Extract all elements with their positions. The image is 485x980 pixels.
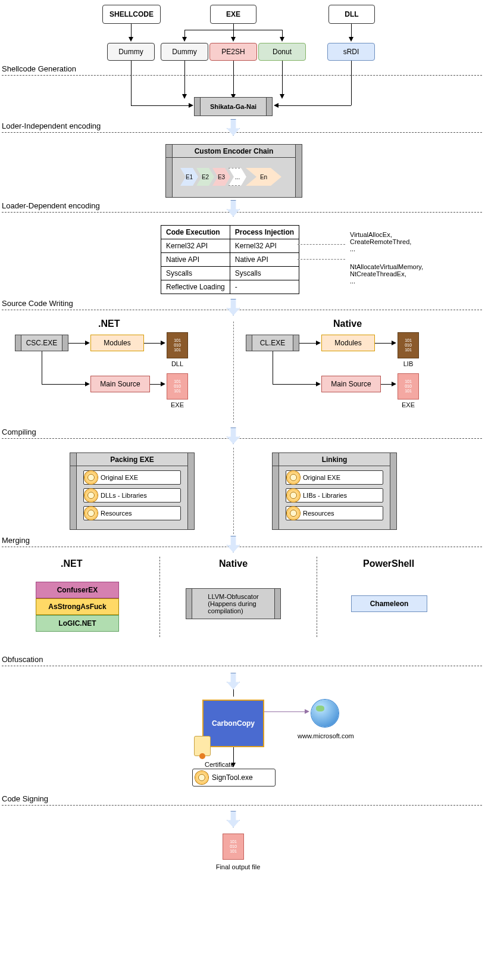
td: Syscalls xyxy=(230,267,299,280)
section-compiling: Compiling xyxy=(2,427,36,436)
divider xyxy=(2,547,482,547)
flow-arrow-icon xyxy=(227,119,240,136)
flow-arrow-icon xyxy=(227,427,240,444)
input-exe: EXE xyxy=(210,5,256,24)
cap-dll: DLL xyxy=(162,360,192,367)
opt-pe2sh: PE2SH xyxy=(209,43,257,61)
gear-icon xyxy=(287,507,300,520)
gear-icon xyxy=(85,507,98,520)
packing-item: DLLs - Libraries xyxy=(83,488,181,503)
cap-lib: LIB xyxy=(393,360,423,367)
csc-exe: CSC.EXE xyxy=(15,335,68,351)
linking-item: Original EXE xyxy=(286,470,383,485)
gear-icon xyxy=(195,771,208,784)
divider xyxy=(2,666,482,666)
final-label: Final output file xyxy=(208,863,268,870)
obf-logicnet: LoGIC.NET xyxy=(36,615,119,632)
encoder-chain-title: Custom Encoder Chain xyxy=(166,145,302,158)
obf-chameleon: Chameleon xyxy=(351,595,427,612)
section-source-writing: Source Code Writing xyxy=(2,299,73,308)
td: - xyxy=(230,280,299,294)
native-title: Native xyxy=(333,319,362,329)
section-loder-indep: Loder-Independent encoding xyxy=(2,121,101,130)
td: Syscalls xyxy=(161,267,230,280)
divider xyxy=(2,132,482,133)
packing-item: Original EXE xyxy=(83,470,181,485)
annot-kernel32: VirtualAllocEx, CreateRemoteThred, ... xyxy=(350,231,411,252)
section-code-signing: Code Signing xyxy=(2,794,48,803)
linking-item: LIBs - Libraries xyxy=(286,488,383,503)
globe-icon xyxy=(311,700,339,727)
flow-arrow-icon xyxy=(227,673,240,689)
th-proc-inj: Process Injection xyxy=(230,226,299,239)
obf-confuserex: ConfuserEX xyxy=(36,582,119,598)
obf-net-title: .NET xyxy=(61,558,82,569)
flow-arrow-icon xyxy=(227,299,240,316)
opt-donut: Donut xyxy=(258,43,306,61)
flow-arrow-icon xyxy=(227,536,240,553)
section-obfuscation: Obfuscation xyxy=(2,655,43,664)
file-icon: 101 010 101 xyxy=(167,332,188,358)
obf-llvm: LLVM-Obfuscator (Happens during compilat… xyxy=(186,588,281,619)
obf-asstrongasfuck: AsStrongAsFuck xyxy=(36,598,119,615)
cl-exe: CL.EXE xyxy=(246,335,299,351)
annot-native: NtAllocateVirtualMemory, NtCreateThreadE… xyxy=(350,263,423,285)
cap-exe: EXE xyxy=(162,401,192,408)
td: Kernel32 API xyxy=(161,239,230,253)
packing-item: Resources xyxy=(83,506,181,520)
opt-dummy-2: Dummy xyxy=(161,43,208,61)
carboncopy-box: CarbonCopy xyxy=(202,700,264,747)
input-dll: DLL xyxy=(328,5,375,24)
section-shellcode-gen: Shellcode Generation xyxy=(2,64,76,73)
packing-title: Packing EXE xyxy=(70,453,194,466)
net-modules: Modules xyxy=(90,335,144,351)
linking-item: Resources xyxy=(286,506,383,520)
net-main-source: Main Source xyxy=(90,376,150,392)
file-icon: 101 010 101 xyxy=(398,373,419,400)
final-file-icon: 101 010 101 xyxy=(223,834,244,860)
th-code-exec: Code Execution xyxy=(161,226,230,239)
obf-ps-title: PowerShell xyxy=(363,558,414,569)
divider xyxy=(2,805,482,806)
opt-dummy-1: Dummy xyxy=(107,43,155,61)
url-label: www.microsoft.com xyxy=(298,732,354,739)
input-shellcode: SHELLCODE xyxy=(102,5,161,24)
gear-icon xyxy=(85,489,98,502)
gear-icon xyxy=(85,471,98,484)
td: Reflective Loading xyxy=(161,280,230,294)
gear-icon xyxy=(287,489,300,502)
code-exec-table: Code ExecutionProcess Injection Kernel32… xyxy=(161,225,299,294)
file-icon: 101 010 101 xyxy=(167,373,188,400)
divider xyxy=(2,310,482,310)
section-loader-dep: Loader-Dependent encoding xyxy=(2,201,100,210)
file-icon: 101 010 101 xyxy=(398,332,419,358)
flow-arrow-icon xyxy=(227,200,240,217)
gear-icon xyxy=(287,471,300,484)
divider xyxy=(2,438,482,439)
native-main-source: Main Source xyxy=(321,376,381,392)
native-modules: Modules xyxy=(321,335,375,351)
net-title: .NET xyxy=(98,319,120,329)
divider xyxy=(2,212,482,213)
cert-label: Certificate xyxy=(205,761,234,768)
shikata-node: Shikata-Ga-Nai xyxy=(194,97,273,116)
divider xyxy=(2,75,482,76)
cap-exe-2: EXE xyxy=(393,401,423,408)
td: Native API xyxy=(161,253,230,267)
td: Kernel32 API xyxy=(230,239,299,253)
certificate-icon xyxy=(194,736,211,756)
flow-arrow-icon xyxy=(227,811,240,828)
section-merging: Merging xyxy=(2,536,30,545)
opt-srdi: sRDI xyxy=(327,43,375,61)
obf-native-title: Native xyxy=(219,558,248,569)
td: Native API xyxy=(230,253,299,267)
linking-title: Linking xyxy=(273,453,396,466)
